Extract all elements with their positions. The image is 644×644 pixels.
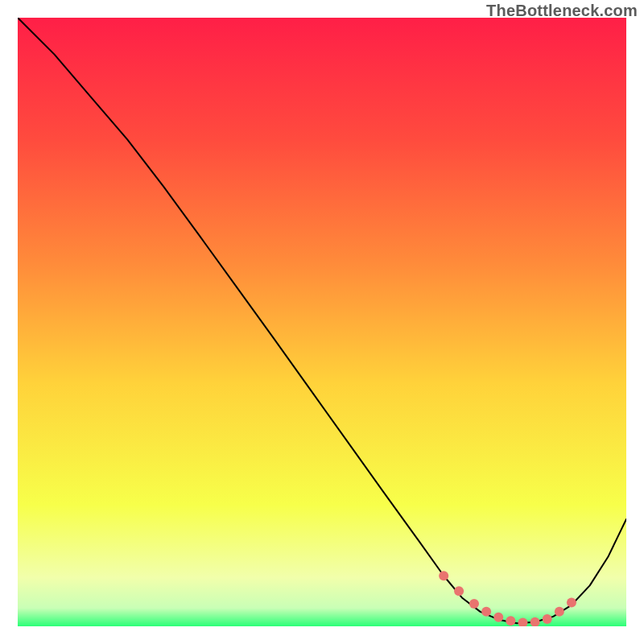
optimal-marker: [567, 598, 576, 608]
chart-plot-area: [18, 18, 626, 626]
optimal-marker: [543, 614, 552, 624]
chart-container: TheBottleneck.com: [0, 0, 644, 644]
gradient-background: [18, 18, 626, 626]
optimal-marker: [454, 586, 464, 596]
optimal-marker: [506, 616, 515, 625]
optimal-marker: [493, 613, 503, 622]
optimal-marker: [555, 607, 564, 617]
optimal-marker: [439, 571, 448, 580]
watermark-text: TheBottleneck.com: [486, 2, 638, 20]
optimal-marker: [481, 607, 491, 617]
chart-svg: [18, 18, 626, 626]
optimal-marker: [469, 599, 479, 609]
